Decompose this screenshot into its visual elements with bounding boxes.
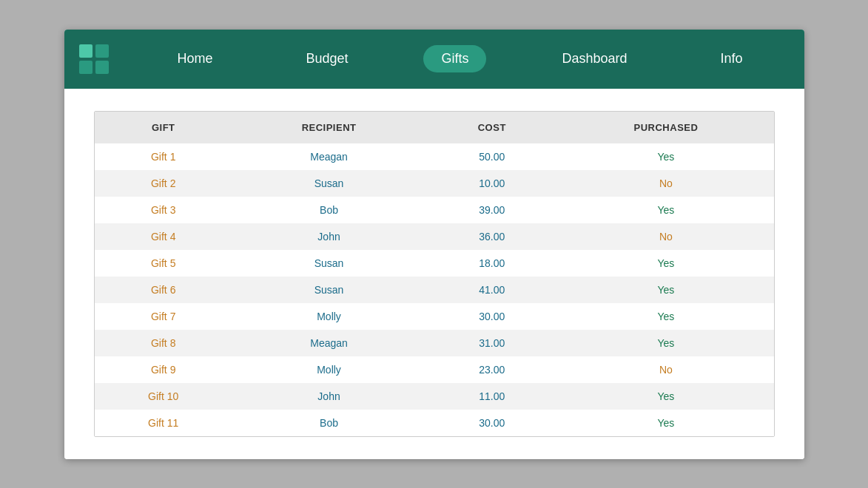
cell-cost: 30.00 <box>425 410 558 436</box>
cell-purchased: Yes <box>558 410 773 436</box>
table-row: Gift 10John11.00Yes <box>95 383 774 410</box>
cell-cost: 11.00 <box>425 383 558 410</box>
cell-purchased: No <box>558 170 773 197</box>
table-row: Gift 4John36.00No <box>95 223 774 250</box>
cell-purchased: Yes <box>558 330 773 356</box>
logo-square-3 <box>79 61 92 74</box>
col-header-purchased: PURCHASED <box>558 112 773 143</box>
cell-recipient: John <box>232 223 425 250</box>
logo-square-2 <box>95 44 109 58</box>
table-row: Gift 6Susan41.00Yes <box>95 277 774 303</box>
gifts-table: GIFT RECIPIENT COST PURCHASED Gift 1Meag… <box>95 112 774 436</box>
cell-purchased: Yes <box>558 277 773 303</box>
cell-gift: Gift 6 <box>95 277 232 303</box>
cell-gift: Gift 1 <box>95 143 232 170</box>
cell-cost: 30.00 <box>425 303 558 330</box>
cell-recipient: Meagan <box>232 143 425 170</box>
nav-dashboard[interactable]: Dashboard <box>544 45 645 72</box>
cell-gift: Gift 3 <box>95 197 232 223</box>
cell-purchased: Yes <box>558 303 773 330</box>
cell-recipient: Molly <box>232 303 425 330</box>
table-row: Gift 3Bob39.00Yes <box>95 197 774 223</box>
cell-gift: Gift 9 <box>95 356 232 383</box>
nav-info[interactable]: Info <box>702 45 760 72</box>
logo-square-4 <box>95 61 109 74</box>
gifts-table-wrapper: GIFT RECIPIENT COST PURCHASED Gift 1Meag… <box>94 111 775 437</box>
cell-gift: Gift 2 <box>95 170 232 197</box>
cell-purchased: Yes <box>558 197 773 223</box>
cell-gift: Gift 4 <box>95 223 232 250</box>
cell-recipient: Susan <box>232 250 425 277</box>
col-header-cost: COST <box>425 112 558 143</box>
cell-purchased: Yes <box>558 383 773 410</box>
table-row: Gift 5Susan18.00Yes <box>95 250 774 277</box>
table-row: Gift 8Meagan31.00Yes <box>95 330 774 356</box>
table-row: Gift 11Bob30.00Yes <box>95 410 774 436</box>
cell-gift: Gift 5 <box>95 250 232 277</box>
app-logo <box>79 44 109 74</box>
cell-recipient: John <box>232 383 425 410</box>
cell-cost: 23.00 <box>425 356 558 383</box>
cell-purchased: No <box>558 223 773 250</box>
logo-square-1 <box>79 44 92 58</box>
cell-cost: 41.00 <box>425 277 558 303</box>
table-row: Gift 1Meagan50.00Yes <box>95 143 774 170</box>
cell-cost: 18.00 <box>425 250 558 277</box>
cell-gift: Gift 8 <box>95 330 232 356</box>
nav-bar: Home Budget Gifts Dashboard Info <box>64 30 804 89</box>
cell-cost: 36.00 <box>425 223 558 250</box>
cell-cost: 50.00 <box>425 143 558 170</box>
col-header-recipient: RECIPIENT <box>232 112 425 143</box>
app-container: Home Budget Gifts Dashboard Info GIFT RE… <box>64 30 804 459</box>
cell-gift: Gift 7 <box>95 303 232 330</box>
cell-recipient: Susan <box>232 170 425 197</box>
nav-gifts[interactable]: Gifts <box>423 45 486 72</box>
table-header-row: GIFT RECIPIENT COST PURCHASED <box>95 112 774 143</box>
cell-recipient: Bob <box>232 410 425 436</box>
col-header-gift: GIFT <box>95 112 232 143</box>
nav-budget[interactable]: Budget <box>288 45 366 72</box>
cell-cost: 39.00 <box>425 197 558 223</box>
table-row: Gift 2Susan10.00No <box>95 170 774 197</box>
nav-links: Home Budget Gifts Dashboard Info <box>131 45 790 72</box>
cell-cost: 31.00 <box>425 330 558 356</box>
cell-gift: Gift 11 <box>95 410 232 436</box>
cell-cost: 10.00 <box>425 170 558 197</box>
cell-recipient: Susan <box>232 277 425 303</box>
cell-purchased: Yes <box>558 250 773 277</box>
cell-purchased: Yes <box>558 143 773 170</box>
main-content: GIFT RECIPIENT COST PURCHASED Gift 1Meag… <box>64 89 804 459</box>
cell-purchased: No <box>558 356 773 383</box>
cell-gift: Gift 10 <box>95 383 232 410</box>
cell-recipient: Bob <box>232 197 425 223</box>
cell-recipient: Meagan <box>232 330 425 356</box>
nav-home[interactable]: Home <box>159 45 230 72</box>
cell-recipient: Molly <box>232 356 425 383</box>
table-row: Gift 7Molly30.00Yes <box>95 303 774 330</box>
table-row: Gift 9Molly23.00No <box>95 356 774 383</box>
